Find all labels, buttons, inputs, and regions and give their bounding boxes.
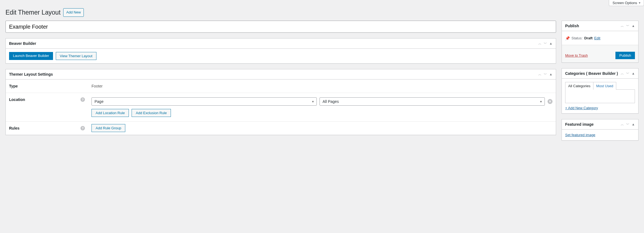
- launch-beaver-builder-button[interactable]: Launch Beaver Builder: [9, 52, 53, 60]
- location-label: Location: [9, 97, 25, 102]
- order-down-icon[interactable]: ﹀: [544, 73, 547, 76]
- location-target-select[interactable]: All Pages ▼: [320, 97, 545, 106]
- chevron-down-icon: ▼: [638, 1, 641, 4]
- status-value: Draft: [584, 36, 592, 40]
- categories-box-title: Categories ( Beaver Builder ): [565, 68, 618, 78]
- beaver-builder-box-title: Beaver Builder: [9, 39, 36, 48]
- order-up-icon[interactable]: ︿: [621, 123, 624, 126]
- featured-image-box: Featured image ︿ ﹀ ▲ Set featured image: [562, 119, 639, 141]
- publish-box: Publish ︿ ﹀ ▲ 📌 Status: Draft Edit Move …: [562, 21, 639, 63]
- add-location-rule-button[interactable]: Add Location Rule: [91, 109, 129, 117]
- location-target-value: All Pages: [323, 99, 339, 104]
- order-down-icon[interactable]: ﹀: [544, 42, 547, 45]
- toggle-panel-icon[interactable]: ▲: [632, 72, 635, 75]
- tab-all-categories[interactable]: All Categories: [565, 82, 593, 90]
- toggle-panel-icon[interactable]: ▲: [632, 24, 635, 28]
- toggle-panel-icon[interactable]: ▲: [549, 42, 553, 45]
- add-exclusion-rule-button[interactable]: Add Exclusion Rule: [132, 109, 171, 117]
- rules-label: Rules: [9, 126, 20, 130]
- order-down-icon[interactable]: ﹀: [626, 72, 629, 75]
- featured-image-box-title: Featured image: [565, 119, 593, 129]
- categories-box: Categories ( Beaver Builder ) ︿ ﹀ ▲ All …: [562, 68, 639, 114]
- post-title-input[interactable]: [5, 21, 556, 33]
- beaver-builder-box: Beaver Builder ︿ ﹀ ▲ Launch Beaver Build…: [5, 38, 556, 64]
- themer-settings-box: Themer Layout Settings ︿ ﹀ ▲ Type Footer…: [5, 69, 556, 135]
- chevron-down-icon: ▼: [312, 100, 314, 103]
- screen-options-toggle[interactable]: Screen Options ▼: [609, 0, 644, 6]
- help-icon[interactable]: ?: [80, 126, 85, 130]
- publish-box-title: Publish: [565, 21, 579, 31]
- pin-icon: 📌: [565, 36, 570, 40]
- themer-settings-box-title: Themer Layout Settings: [9, 69, 53, 79]
- location-type-value: Page: [95, 99, 104, 104]
- remove-location-button[interactable]: ✕: [548, 99, 553, 104]
- add-new-button[interactable]: Add New: [63, 8, 84, 17]
- edit-status-link[interactable]: Edit: [594, 36, 600, 40]
- move-to-trash-link[interactable]: Move to Trash: [565, 53, 588, 57]
- close-icon: ✕: [549, 100, 551, 103]
- order-up-icon[interactable]: ︿: [538, 73, 542, 76]
- set-featured-image-link[interactable]: Set featured image: [565, 133, 595, 137]
- order-up-icon[interactable]: ︿: [538, 42, 542, 45]
- order-down-icon[interactable]: ﹀: [626, 24, 629, 28]
- publish-button[interactable]: Publish: [615, 52, 635, 59]
- location-type-select[interactable]: Page ▼: [91, 97, 317, 106]
- view-themer-layout-button[interactable]: View Themer Layout: [56, 52, 97, 60]
- tab-most-used[interactable]: Most Used: [593, 82, 616, 90]
- order-up-icon[interactable]: ︿: [621, 72, 624, 75]
- page-title: Edit Themer Layout: [5, 9, 60, 16]
- add-new-category-link[interactable]: + Add New Category: [565, 106, 598, 110]
- categories-panel: [565, 89, 635, 103]
- order-down-icon[interactable]: ﹀: [626, 123, 629, 126]
- order-up-icon[interactable]: ︿: [621, 24, 624, 28]
- toggle-panel-icon[interactable]: ▲: [549, 73, 553, 76]
- help-icon[interactable]: ?: [80, 97, 85, 102]
- toggle-panel-icon[interactable]: ▲: [632, 123, 635, 126]
- type-value: Footer: [91, 84, 102, 88]
- add-rule-group-button[interactable]: Add Rule Group: [91, 124, 125, 132]
- screen-options-label: Screen Options: [612, 1, 637, 5]
- chevron-down-icon: ▼: [540, 100, 542, 103]
- type-label: Type: [6, 80, 88, 93]
- status-label: Status:: [571, 36, 582, 40]
